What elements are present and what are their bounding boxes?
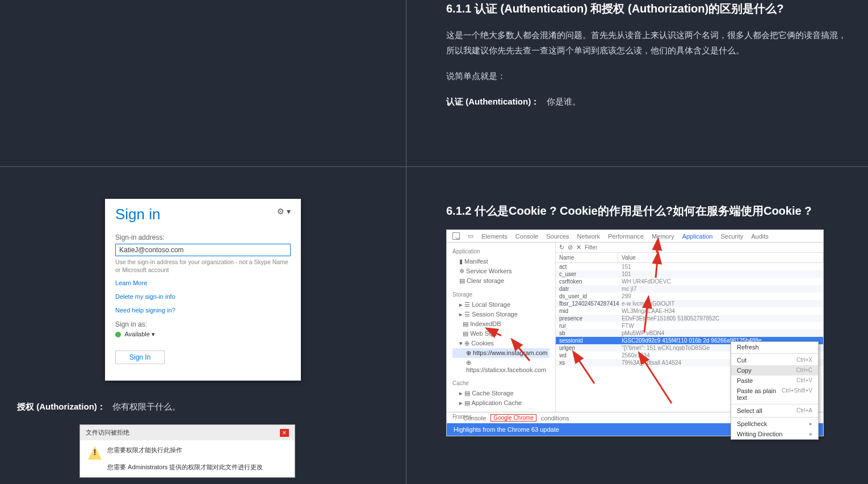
chrome-devtools: ▭ Elements Console Sources Network Perfo… [446, 230, 824, 436]
ctx-copy[interactable]: CopyCtrl+C [731, 365, 818, 375]
tab-console[interactable]: Console [515, 233, 538, 240]
sidebar-item-websql[interactable]: ▤ Web SQL [452, 329, 550, 339]
col-value[interactable]: Value [618, 253, 823, 262]
refresh-icon[interactable]: ↻ [559, 244, 564, 251]
cookie-row[interactable]: csrftokenWH UR4FdDOEVC [556, 278, 823, 285]
quadrant-bottom-right: 6.1.2 什么是Cookie ? Cookie的作用是什么?如何在服务端使用C… [406, 167, 868, 484]
devtools-toolbar: ↻ ⊘ ✕ [556, 243, 823, 253]
device-toggle-icon[interactable]: ▭ [468, 232, 473, 240]
signin-dialog: ⚙ ▾ Sign in Sign-in address: Use the sig… [105, 199, 301, 381]
help-signin-link[interactable]: Need help signing in? [115, 307, 291, 314]
ctx-paste[interactable]: PasteCtrl+V [731, 375, 818, 386]
cookie-row[interactable]: fbsr_124024574287414e-w IvcmI0aG0iOiJIT [556, 300, 823, 307]
auth-value: 你是谁。 [547, 97, 581, 106]
warning-icon [88, 446, 102, 460]
sidebar-item-appcache[interactable]: ▸ ▤ Application Cache [452, 398, 550, 408]
close-icon[interactable]: ✕ [280, 429, 289, 437]
signin-address-input[interactable] [115, 244, 291, 256]
tab-elements[interactable]: Elements [481, 233, 508, 240]
cookie-row[interactable]: presenceEDvF3EtimeF151805 518052797852C [556, 315, 823, 322]
sidebar-item-clearstorage[interactable]: ▤ Clear storage [452, 276, 550, 286]
quadrant-top-left [0, 0, 406, 167]
tab-application[interactable]: Application [682, 233, 713, 240]
google-chrome-label: Google Chrome [490, 414, 536, 422]
cookie-domain-instagram[interactable]: ⊕ https://www.instagram.com [452, 348, 550, 358]
filter-input[interactable] [585, 244, 820, 251]
context-menu: Refresh CutCtrl+X CopyCtrl+C PasteCtrl+V… [731, 341, 819, 440]
ctx-selectall[interactable]: Select allCtrl+A [731, 406, 818, 416]
sidebar-item-sessionstorage[interactable]: ▸ ☰ Session Storage [452, 310, 550, 319]
delete-icon[interactable]: ✕ [576, 244, 581, 251]
paragraph: 认证 (Authentication)： 你是谁。 [446, 94, 850, 109]
signin-hint: Use the sign-in address for your organiz… [115, 258, 291, 274]
quadrant-top-right: 6.1.1 认证 (Authentication) 和授权 (Authoriza… [406, 0, 868, 167]
dialog-title: 文件访问被拒绝 [86, 428, 129, 437]
signin-button[interactable]: Sign In [115, 351, 165, 364]
dialog-text-1: 您需要权限才能执行此操作 [107, 446, 182, 454]
sidebar-item-cachestorage[interactable]: ▸ ▤ Cache Storage [452, 389, 550, 398]
auth-label: 认证 (Authentication)： [446, 97, 539, 106]
cookie-domain-facebook[interactable]: ⊕ https://staticxx.facebook.com [452, 358, 550, 374]
tab-network[interactable]: Network [577, 233, 600, 240]
sidebar-item-indexeddb[interactable]: ▤ IndexedDB [452, 319, 550, 329]
delete-signin-link[interactable]: Delete my sign-in info [115, 293, 291, 300]
clear-icon[interactable]: ⊘ [568, 244, 573, 251]
cookie-row[interactable]: rurFTW [556, 322, 823, 329]
availability-label: Available [124, 331, 149, 337]
cookie-row[interactable]: datrmc jI7 [556, 285, 823, 293]
inspector-icon[interactable] [452, 232, 460, 240]
sidebar-item-localstorage[interactable]: ▸ ☰ Local Storage [452, 300, 550, 310]
paragraph: 说简单点就是： [446, 68, 850, 84]
col-name[interactable]: Name [556, 253, 618, 262]
sidebar-item-serviceworkers[interactable]: ✲ Service Workers [452, 266, 550, 276]
sidebar-item-manifest[interactable]: ▮ Manifest [452, 257, 550, 266]
learn-more-link[interactable]: Learn More [115, 279, 291, 286]
devtools-tab-bar: ▭ Elements Console Sources Network Perfo… [447, 230, 823, 243]
drawer-conditions[interactable]: conditions [541, 415, 569, 422]
cookie-row[interactable]: c_user101 [556, 270, 823, 278]
cookie-row[interactable]: sbpMu5WP vBDN4 [556, 329, 823, 337]
file-access-denied-dialog: 文件访问被拒绝 ✕ 您需要权限才能执行此操作 您需要 Administrator… [79, 424, 295, 478]
paragraph: 这是一个绝大多数人都会混淆的问题。首先先从读音上来认识这两个名词，很多人都会把它… [446, 27, 850, 58]
gear-icon[interactable]: ⚙ ▾ [277, 207, 291, 216]
authz-value: 你有权限干什么。 [112, 402, 181, 411]
authz-label: 授权 (Authorization)： [17, 402, 106, 411]
tab-performance[interactable]: Performance [608, 233, 644, 240]
tab-security[interactable]: Security [720, 233, 743, 240]
devtools-sidebar: Application ▮ Manifest ✲ Service Workers… [447, 243, 556, 412]
drawer-menu-icon[interactable]: ⋮ [452, 414, 459, 422]
signin-as-label: Sign in as: [115, 320, 291, 328]
tab-memory[interactable]: Memory [652, 233, 674, 240]
sidebar-head-storage: Storage [452, 291, 550, 298]
sidebar-head-application: Application [452, 248, 550, 254]
tab-sources[interactable]: Sources [546, 233, 569, 240]
drawer-tab-console[interactable]: Console [463, 415, 486, 422]
ctx-refresh[interactable]: Refresh [731, 342, 818, 352]
ctx-writing-direction[interactable]: Writing Direction▸ [731, 429, 818, 439]
tab-audits[interactable]: Audits [751, 233, 769, 240]
dialog-text-2: 您需要 Administrators 提供的权限才能对此文件进行更改 [88, 463, 287, 472]
authorization-line: 授权 (Authorization)： 你有权限干什么。 [17, 399, 389, 414]
section-heading-612: 6.1.2 什么是Cookie ? Cookie的作用是什么?如何在服务端使用C… [446, 202, 850, 219]
cookie-row[interactable]: ds_user_id299 [556, 293, 823, 300]
presence-available-icon [115, 332, 121, 337]
quadrant-bottom-left: ⚙ ▾ Sign in Sign-in address: Use the sig… [0, 167, 406, 484]
sidebar-head-cache: Cache [452, 380, 550, 386]
section-heading-611: 6.1.1 认证 (Authentication) 和授权 (Authoriza… [446, 0, 850, 17]
availability-selector[interactable]: Available ▾ [115, 331, 291, 338]
ctx-cut[interactable]: CutCtrl+X [731, 355, 818, 365]
cookie-row[interactable]: act151 [556, 263, 823, 270]
cookie-row[interactable]: midWL3MngALAAE-H34 [556, 307, 823, 315]
sidebar-item-cookies[interactable]: ▾ ⊕ Cookies [452, 339, 550, 348]
ctx-paste-plain[interactable]: Paste as plain textCtrl+Shift+V [731, 386, 818, 403]
signin-title: Sign in [115, 206, 291, 223]
ctx-spellcheck[interactable]: Spellcheck▸ [731, 419, 818, 429]
signin-address-label: Sign-in address: [115, 233, 291, 241]
